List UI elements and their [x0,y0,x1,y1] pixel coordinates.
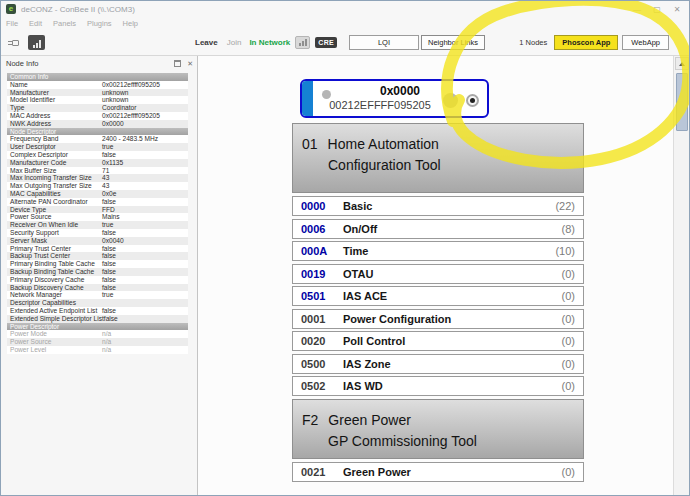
cluster-id: 0006 [301,223,343,235]
cluster-row[interactable]: 0006On/Off(8) [292,219,584,239]
node-info-row: Primary Binding Table Cachefalse [7,260,188,268]
node-info-value: false [102,276,116,284]
minimize-button[interactable]: — [627,3,647,16]
cluster-row[interactable]: 0000Basic(22) [292,196,584,216]
node-info-value: n/a [102,338,111,346]
cluster-row[interactable]: 0501IAS ACE(0) [292,286,584,306]
signal-strength-icon[interactable] [28,35,45,50]
endpoint-header[interactable]: F2Green PowerGP Commissioning Tool [292,399,584,459]
node-info-label: Manufacturer Code [7,159,102,167]
leave-button[interactable]: Leave [195,38,218,47]
node-info-row: Frequency Band2400 - 2483.5 MHz [7,135,188,143]
node-info-section-header: Power Descriptor [7,323,188,331]
window-title: deCONZ - ConBee II (\\.\COM3) [21,5,627,14]
node-info-label: Backup Discovery Cache [7,284,102,292]
menu-item-help[interactable]: Help [123,19,138,28]
cluster-row[interactable]: 0021Green Power(0) [292,462,584,482]
node-info-row: Max Outgoing Transfer Size43 [7,182,188,190]
menu-item-edit[interactable]: Edit [29,19,42,28]
cluster-row[interactable]: 000ATime(10) [292,241,584,261]
cluster-count: (0) [562,335,575,347]
node-info-label: Extended Active Endpoint List [7,307,102,315]
node-info-row: Power Sourcen/a [7,338,188,346]
node-info-label: MAC Address [7,112,102,120]
title-bar: e deCONZ - ConBee II (\\.\COM3) — ▢ ✕ [1,1,689,17]
node-info-value: false [102,284,116,292]
node-info-label: Device Type [7,206,102,214]
node-info-row: Extended Simple Descriptor Listfalse [7,315,188,323]
cluster-count: (0) [562,358,575,370]
node-info-value: 43 [102,174,109,182]
cluster-id: 0500 [301,358,343,370]
node-accent-bar [302,81,313,116]
cluster-name: IAS Zone [343,358,391,370]
close-button[interactable]: ✕ [667,3,687,16]
node-info-row: Receiver On When Idletrue [7,221,188,229]
node-info-row: Power Leveln/a [7,346,188,354]
node-info-value: false [102,260,116,268]
node-info-row: Descriptor Capabilities [7,299,188,307]
node-info-row: User Descriptortrue [7,143,188,151]
node-info-row: Manufacturerunknown [7,89,188,97]
node-info-label: Name [7,81,102,89]
node-info-label: Model Identifier [7,96,102,104]
node-info-value: unknown [102,96,128,104]
node-info-row: Server Mask0x0040 [7,237,188,245]
node-info-value: false [102,229,116,237]
webapp-button[interactable]: WebApp [622,35,669,50]
scrollbar-thumb[interactable] [676,73,688,131]
network-status: In Network [249,38,290,47]
node-info-row: Complex Descriptorfalse [7,151,188,159]
coordinator-node[interactable]: 0x0000 00212EFFFF095205 [300,79,489,118]
scroll-up-icon[interactable] [675,57,689,70]
phoscon-app-button[interactable]: Phoscon App [554,35,618,50]
endpoint-header[interactable]: 01Home AutomationConfiguration Tool [292,123,584,193]
node-info-row: Network Managertrue [7,291,188,299]
node-info-row: Primary Trust Centerfalse [7,245,188,253]
node-info-value: false [104,315,118,323]
cluster-row[interactable]: 0500IAS Zone(0) [292,354,584,374]
node-info-row: Security Supportfalse [7,229,188,237]
vertical-scrollbar[interactable] [673,56,689,496]
endpoint-id: F2 [302,412,318,428]
menu-item-plugins[interactable]: Plugins [87,19,112,28]
cluster-row[interactable]: 0019OTAU(0) [292,264,584,284]
node-info-value: 43 [102,182,109,190]
node-info-row: Max Incoming Transfer Size43 [7,174,188,182]
network-view[interactable]: 0x0000 00212EFFFF095205 01Home Automatio… [198,56,673,496]
lqi-toggle-button[interactable]: LQI [349,35,419,50]
node-info-label: Max Buffer Size [7,167,102,175]
node-info-label: Frequency Band [7,135,102,143]
node-indicator-icon [443,93,458,108]
float-panel-icon[interactable] [174,60,181,67]
bars-icon[interactable] [295,36,310,49]
menu-item-file[interactable]: File [6,19,18,28]
node-info-row: Power Moden/a [7,330,188,338]
node-info-label: Complex Descriptor [7,151,102,159]
close-panel-icon[interactable]: ✕ [187,60,193,67]
serial-connect-icon[interactable] [7,38,22,48]
menu-item-panels[interactable]: Panels [53,19,76,28]
neighbor-links-toggle-button[interactable]: Neighbor Links [421,35,485,50]
node-info-value: false [102,252,116,260]
node-info-value: 0x1135 [102,159,123,167]
cluster-row[interactable]: 0502IAS WD(0) [292,376,584,396]
node-info-value: n/a [102,346,111,354]
node-info-label: Power Source [7,338,102,346]
node-info-value: 0x0000 [102,120,124,128]
cluster-row[interactable]: 0001Power Configuration(0) [292,309,584,329]
cluster-name: Poll Control [343,335,405,347]
cluster-id: 0502 [301,380,343,392]
cluster-name: OTAU [343,268,373,280]
cluster-id: 0021 [301,466,343,478]
node-info-value: Coordinator [102,104,136,112]
cluster-row[interactable]: 0020Poll Control(0) [292,331,584,351]
node-info-label: User Descriptor [7,143,102,151]
cluster-name: On/Off [343,223,377,235]
join-button[interactable]: Join [227,38,242,47]
maximize-button[interactable]: ▢ [647,3,667,16]
endpoint-subtitle: GP Commissioning Tool [328,431,583,452]
node-info-label: Power Source [7,213,102,221]
cluster-id: 000A [301,245,343,257]
deconz-window: { "colors": { "accent_blue": "#1581d3", … [0,0,690,496]
